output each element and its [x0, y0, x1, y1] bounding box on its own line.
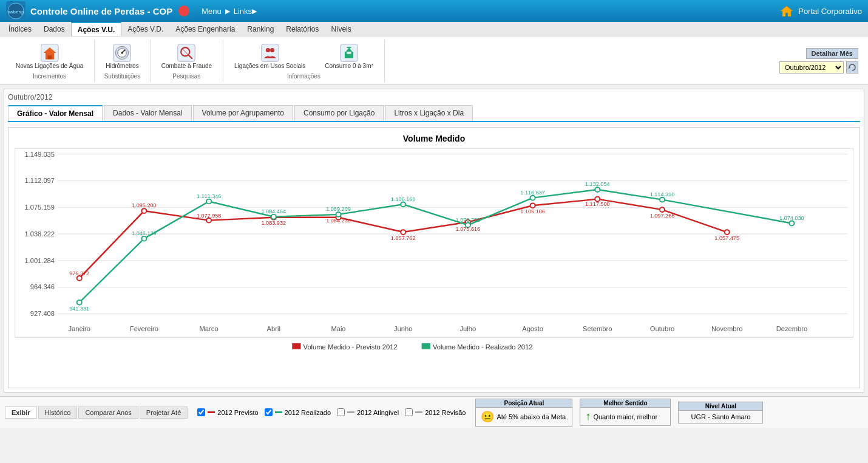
- btn-hidrometros-label: Hidrômetros: [106, 63, 138, 69]
- checkbox-realizado[interactable]: [265, 408, 273, 416]
- btn-consumo[interactable]: Consumo 0 à 3m³: [321, 42, 376, 70]
- bottom-tab-comparar[interactable]: Comparar Anos: [78, 406, 138, 419]
- svg-point-66: [401, 202, 405, 207]
- melhor-sentido-text: Quanto maior, melhor: [593, 413, 657, 420]
- menu-link[interactable]: Menu: [202, 7, 222, 16]
- house-icon: [40, 43, 59, 63]
- main-content: Outubro/2012 Gráfico - Valor Mensal Dado…: [4, 89, 864, 393]
- svg-text:1.106.160: 1.106.160: [391, 196, 416, 202]
- consumption-icon: [339, 43, 359, 63]
- svg-text:Outubro: Outubro: [650, 326, 674, 333]
- svg-point-17: [270, 48, 274, 52]
- svg-point-52: [206, 218, 211, 223]
- month-select-row: Outubro/2012 Setembro/2012 Agosto/2012: [779, 61, 858, 74]
- tab-grafico-valor-mensal[interactable]: Gráfico - Valor Mensal: [8, 105, 103, 121]
- portal-label[interactable]: Portal Corporativo: [798, 7, 862, 16]
- legend-items: 2012 Previsto 2012 Realizado 2012 Atingí…: [197, 408, 466, 416]
- svg-text:1.084.464: 1.084.464: [261, 208, 286, 214]
- bottom-tab-projetar[interactable]: Projetar Até: [140, 406, 188, 419]
- social-icon: [260, 43, 280, 63]
- svg-text:1.083.932: 1.083.932: [261, 221, 286, 227]
- svg-text:Dezembro: Dezembro: [776, 326, 807, 333]
- svg-text:964.346: 964.346: [30, 284, 55, 291]
- svg-point-60: [725, 230, 730, 235]
- svg-text:1.001.284: 1.001.284: [24, 257, 55, 264]
- nav-dados[interactable]: Dados: [38, 22, 71, 36]
- svg-point-65: [336, 212, 341, 217]
- period-label: Outubro/2012: [8, 93, 860, 101]
- nav-ranking[interactable]: Ranking: [241, 22, 280, 36]
- checkbox-previsto[interactable]: [197, 408, 205, 416]
- svg-text:1.112.097: 1.112.097: [24, 177, 55, 185]
- svg-text:1.046.139: 1.046.139: [132, 230, 157, 236]
- svg-text:1.075.616: 1.075.616: [456, 226, 481, 232]
- btn-novas-ligacoes[interactable]: Novas Ligações de Água: [12, 42, 87, 70]
- svg-point-68: [531, 196, 535, 201]
- svg-marker-2: [781, 6, 793, 16]
- nivel-atual-content: UGR - Santo Amaro: [678, 410, 763, 424]
- svg-text:976.372: 976.372: [69, 270, 89, 276]
- links-link[interactable]: Links: [234, 7, 252, 16]
- tab-consumo-ligacao[interactable]: Consumo por Ligação: [294, 105, 384, 121]
- posicao-atual-title: Posição Atual: [475, 399, 572, 407]
- posicao-atual-box: Posição Atual 😐 Até 5% abaixo da Meta: [475, 399, 572, 427]
- legend-realizado: 2012 Realizado: [265, 408, 331, 416]
- btn-hidrometros[interactable]: Hidrômetros: [102, 42, 142, 70]
- svg-text:Janeiro: Janeiro: [68, 326, 90, 333]
- btn-ligacoes-sociais[interactable]: Ligações em Usos Sociais: [231, 42, 309, 70]
- nav-relatorios[interactable]: Relatórios: [280, 22, 325, 36]
- bottom-tab-exibir[interactable]: Exibir: [5, 406, 37, 419]
- svg-text:1.057.762: 1.057.762: [391, 235, 416, 241]
- links-arrow-icon: ▶: [252, 7, 257, 15]
- svg-text:1.070.725: 1.070.725: [456, 217, 481, 223]
- melhor-sentido-title: Melhor Sentido: [580, 399, 671, 407]
- chart-svg: 1.149.035 1.112.097 1.075.159 1.038.222 …: [15, 148, 853, 361]
- cop-icon: [178, 5, 189, 16]
- btn-consumo-label: Consumo 0 à 3m³: [325, 63, 373, 69]
- checkbox-atingivel[interactable]: [337, 408, 345, 416]
- svg-text:1.038.222: 1.038.222: [24, 230, 55, 238]
- revisao-color: [415, 411, 422, 413]
- svg-text:1.089.209: 1.089.209: [326, 206, 351, 212]
- svg-text:Junho: Junho: [394, 326, 412, 333]
- btn-ligacoes-sociais-label: Ligações em Usos Sociais: [234, 63, 305, 69]
- nav-niveis[interactable]: Níveis: [325, 22, 357, 36]
- svg-text:1.097.268: 1.097.268: [650, 213, 675, 219]
- svg-text:1.084.238: 1.084.238: [326, 218, 351, 224]
- svg-text:1.111.346: 1.111.346: [197, 193, 222, 199]
- checkbox-revisao[interactable]: [405, 408, 413, 416]
- svg-point-51: [141, 208, 146, 213]
- tab-dados-valor-mensal[interactable]: Dados - Valor Mensal: [104, 105, 192, 121]
- svg-text:Marco: Marco: [200, 326, 219, 333]
- legend-previsto-label: 2012 Previsto: [217, 409, 258, 416]
- group-label-pesquisas: Pesquisas: [172, 73, 200, 80]
- svg-text:Abril: Abril: [267, 326, 280, 333]
- nav-acoes-vu[interactable]: Ações V.U.: [71, 22, 122, 36]
- btn-combate-fraude[interactable]: Combate à Fraude: [158, 42, 215, 70]
- app-title: Controle Online de Perdas - COP: [30, 6, 172, 16]
- toolbar-group-substituicoes: Hidrômetros Substituições: [95, 39, 150, 82]
- svg-point-61: [77, 300, 82, 305]
- svg-text:1.105.106: 1.105.106: [520, 208, 545, 214]
- bottom-tab-historico[interactable]: Histórico: [38, 406, 78, 419]
- group-label-informacoes: Informações: [287, 73, 320, 80]
- refresh-icon[interactable]: [846, 61, 858, 74]
- svg-text:sabesp: sabesp: [7, 9, 24, 15]
- month-select[interactable]: Outubro/2012 Setembro/2012 Agosto/2012: [779, 61, 844, 74]
- svg-text:1.057.475: 1.057.475: [714, 235, 739, 241]
- toolbar: Novas Ligações de Água Incrementos Hidrô…: [0, 36, 868, 85]
- svg-text:Volume Medido - Previsto 2012: Volume Medido - Previsto 2012: [303, 343, 398, 351]
- svg-text:Novembro: Novembro: [711, 326, 742, 333]
- nav-acoes-vd[interactable]: Ações V.D.: [121, 22, 169, 36]
- svg-text:1.075.159: 1.075.159: [24, 204, 55, 211]
- svg-point-70: [660, 197, 665, 202]
- tab-volume-agrupamento[interactable]: Volume por Agrupamento: [193, 105, 293, 121]
- portal-area: Portal Corporativo: [780, 5, 862, 17]
- nav-acoes-engenharia[interactable]: Ações Engenharia: [169, 22, 241, 36]
- nav-indices[interactable]: Índices: [2, 22, 38, 36]
- tab-litros-ligacao-dia[interactable]: Litros x Ligação x Dia: [385, 105, 473, 121]
- svg-text:Setembro: Setembro: [583, 326, 612, 333]
- btn-combate-fraude-label: Combate à Fraude: [161, 63, 212, 69]
- toolbar-group-informacoes: Ligações em Usos Sociais Consumo 0 à 3m³…: [223, 39, 385, 82]
- content-tabs: Gráfico - Valor Mensal Dados - Valor Men…: [8, 105, 860, 122]
